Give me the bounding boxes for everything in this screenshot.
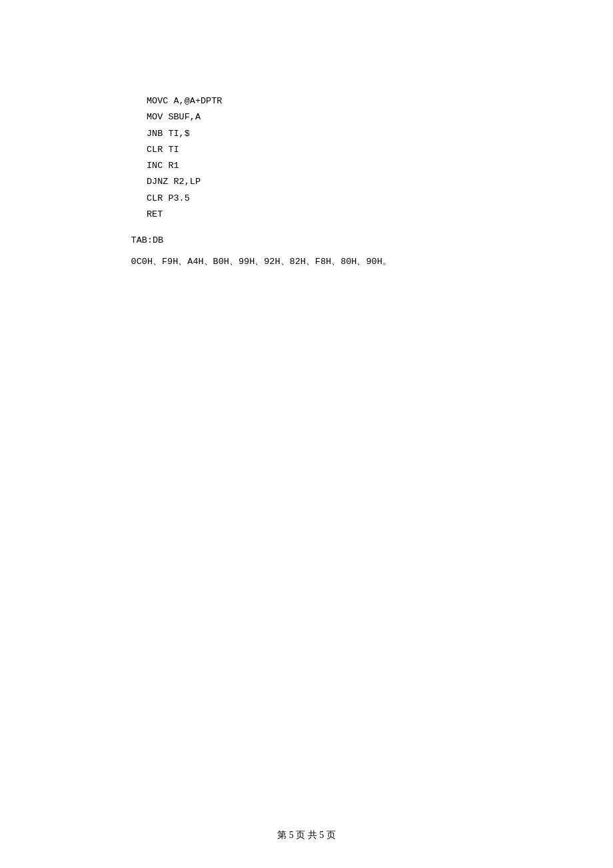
- page-content: MOVC A,@A+DPTR MOV SBUF,A JNB TI,$ CLR T…: [0, 0, 613, 868]
- tab-db-label: TAB:DB 0C0H、F9H、A4H、B0H、99H、92H、82H、F8H、…: [99, 225, 392, 277]
- code-line-3: JNB TI,$: [147, 126, 613, 142]
- page-footer: 第 5 页 共 5 页: [0, 829, 613, 841]
- code-line-2: MOV SBUF,A: [147, 109, 613, 125]
- code-line-1: MOVC A,@A+DPTR: [147, 93, 613, 109]
- tab-db-spacing: [131, 245, 153, 255]
- tab-db-data: 0C0H、F9H、A4H、B0H、99H、92H、82H、F8H、80H、90H…: [131, 257, 392, 267]
- tab-db-keyword: TAB:DB: [131, 235, 164, 245]
- code-line-5: INC R1: [147, 158, 613, 174]
- tab-db-line: TAB:DB 0C0H、F9H、A4H、B0H、99H、92H、82H、F8H、…: [0, 225, 613, 277]
- code-line-6: DJNZ R2,LP: [147, 174, 613, 190]
- code-line-7: CLR P3.5: [147, 191, 613, 207]
- footer-text: 第 5 页 共 5 页: [277, 830, 336, 840]
- code-block: MOVC A,@A+DPTR MOV SBUF,A JNB TI,$ CLR T…: [147, 93, 613, 223]
- code-line-8: RET: [147, 207, 613, 223]
- code-line-4: CLR TI: [147, 142, 613, 158]
